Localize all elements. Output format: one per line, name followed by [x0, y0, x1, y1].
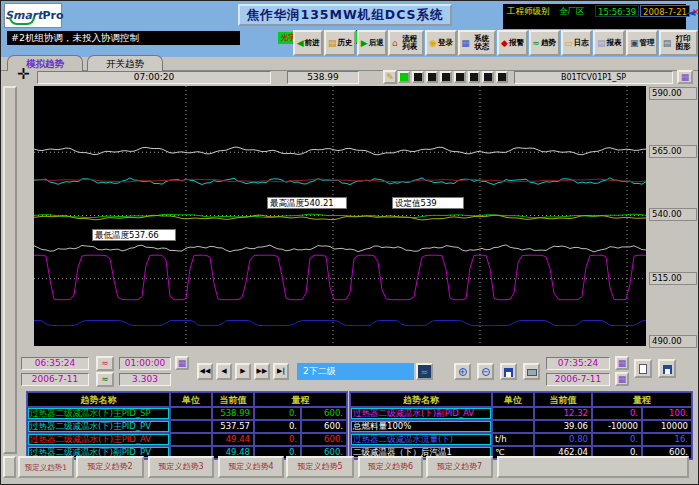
trend-row-unit [492, 407, 534, 420]
rewind-fast-button[interactable]: ◀◀ [197, 363, 213, 380]
trend-row-min: 0. [254, 420, 301, 433]
zoom-out-icon: − [482, 368, 490, 376]
toolbar-button-label: 趋势 [541, 39, 556, 47]
trend-row-name[interactable]: 总燃料量100% [350, 420, 492, 433]
curve-color-swatch[interactable] [412, 71, 424, 83]
trend-row-name[interactable]: 过热器二级减温水(下)主PID_PV [27, 420, 170, 433]
save-trend-button[interactable] [500, 363, 517, 380]
predefined-trend-tab-4[interactable]: 预定义趋势4 [218, 456, 284, 478]
time-span-field[interactable]: 01:00:00 [119, 357, 171, 370]
curve-color-swatch[interactable] [398, 71, 410, 83]
trend-row-name[interactable]: 过热器二级减温水(下)主PID_AV [27, 433, 170, 446]
new-trend-button[interactable] [634, 359, 652, 378]
predefined-trend-tab-3[interactable]: 预定义趋势3 [148, 456, 214, 478]
end-time-field[interactable]: 07:35:24 [546, 357, 610, 370]
toolbar-button-label: 前进 [305, 39, 320, 47]
toolbar-print-button[interactable]: ▤打印图形 [659, 30, 698, 56]
toolbar-systemstatus-button[interactable]: ▦系统状态 [458, 30, 497, 56]
cursor-time-field[interactable]: 07:00:20 [37, 71, 271, 84]
toolbar-report-button[interactable]: ▤报表 [593, 30, 625, 56]
trend-picture-icon[interactable]: ≈ [96, 356, 114, 371]
trend-row-max: 16. [642, 433, 692, 446]
selected-tag-field: B01TCV01P1_SP [514, 71, 673, 84]
trend-row-min: 0. [254, 407, 301, 420]
toolbar-back-button[interactable]: ▶后退 [357, 30, 387, 56]
session-info-panel: 工程师级别 全厂区 15:56:39 2008-7-21 [503, 4, 686, 29]
network-icon: ▦ [461, 39, 470, 48]
curve-color-swatch[interactable] [468, 71, 480, 83]
toolbar-history-button[interactable]: ▤历史 [324, 30, 356, 56]
col-header-range: 量程 [592, 392, 692, 407]
trend-plot[interactable]: 最高温度540.21设定值539最低温度537.66 [34, 86, 646, 346]
trend-row-name[interactable]: 过热器二级减温水(下)副PID_AV [350, 407, 492, 420]
predefined-trend-tab-empty[interactable] [497, 456, 689, 478]
toolbar-login-button[interactable]: ◉登录 [425, 30, 456, 56]
predefined-trend-tab-1[interactable]: 预定义趋势1 [18, 456, 74, 478]
curve-color-swatch[interactable] [426, 71, 438, 83]
new-document-icon [639, 364, 647, 374]
span-calendar-icon[interactable]: ▦ [175, 356, 189, 370]
predefined-trend-tab-2[interactable]: 预定义趋势2 [76, 456, 144, 478]
trend-group-dropdown[interactable]: 2下二级 [297, 363, 414, 380]
end-date-field[interactable]: 2006-7-11 [546, 373, 610, 386]
save-config-button[interactable] [658, 359, 676, 378]
bottom-left-strip [3, 456, 16, 478]
speaker-muted-icon[interactable]: ◄✕ [687, 6, 699, 20]
curve-color-swatch[interactable] [482, 71, 494, 83]
curve-color-swatch[interactable] [496, 71, 508, 83]
zoom-in-icon: + [459, 368, 467, 376]
floppy-icon [663, 365, 672, 374]
curve-color-swatch[interactable] [440, 71, 452, 83]
toolbar-manage-button[interactable]: ▣管理 [626, 30, 658, 56]
print-trend-button[interactable] [523, 363, 540, 380]
trend-board-icon[interactable]: ≈ [96, 372, 114, 387]
clock-date: 2008-7-21 [640, 5, 690, 17]
tab-switch-trend[interactable]: 开关趋势 [87, 55, 163, 71]
marker-pen-icon[interactable]: ✎ [383, 70, 397, 84]
toolbar-flowlist-button[interactable]: ⌂流程列表 [388, 30, 424, 56]
rewind-button[interactable]: ◀ [216, 363, 232, 380]
toolbar-button-label: 报表 [607, 39, 622, 47]
grid-settings-icon[interactable]: ▦ [677, 70, 693, 84]
cursor-crosshair-icon[interactable]: ✛ [17, 65, 30, 83]
predefined-trend-tab-6[interactable]: 预定义趋势6 [358, 456, 423, 478]
zoom-out-button[interactable]: − [477, 363, 494, 380]
trend-row-name[interactable]: 过热器二级减温水(下)主PID_SP [27, 407, 170, 420]
toolbar-log-button[interactable]: ▭日志 [561, 30, 593, 56]
logo-swoosh [9, 17, 35, 25]
start-time-field[interactable]: 06:35:24 [21, 357, 89, 370]
toolbar-button-label: 打印图形 [672, 35, 694, 51]
col-header-unit: 单位 [170, 392, 212, 407]
end-date-calendar-icon[interactable]: ▦ [615, 372, 629, 386]
trend-row-unit [170, 420, 212, 433]
forward-fast-button[interactable]: ▶▶ [254, 363, 270, 380]
select-curves-icon[interactable]: ≈ [416, 363, 433, 380]
chart-annotation: 设定值539 [392, 197, 464, 209]
printer-icon: ▤ [663, 39, 672, 48]
predefined-trend-tab-7[interactable]: 预定义趋势7 [426, 456, 493, 478]
y-axis-label: 515.00 [649, 272, 697, 285]
trend-row-max: 600. [301, 420, 347, 433]
predefined-trend-tab-5[interactable]: 预定义趋势5 [286, 456, 354, 478]
goto-end-button[interactable]: ▶| [273, 363, 289, 380]
zoom-in-button[interactable]: + [454, 363, 471, 380]
col-header-value: 当前值 [534, 392, 592, 407]
y-axis-panel: 590.00 565.00 540.00 515.00 490.00 [647, 86, 699, 346]
toolbar-alarm-button[interactable]: ◆报警 [497, 30, 527, 56]
toolbar-trend-button[interactable]: ≈趋势 [529, 30, 560, 56]
forward-play-button[interactable]: ▶ [235, 363, 251, 380]
dcs-trend-window: SmartPro 焦作华润135MW机组DCS系统 工程师级别 全厂区 15:5… [0, 0, 699, 485]
col-header-unit: 单位 [492, 392, 534, 407]
trend-row-name[interactable]: 过热器二级减温水流量(下) [350, 433, 492, 446]
toolbar-forward-button[interactable]: ◀前进 [293, 30, 323, 56]
trend-row-value: 12.32 [534, 407, 592, 420]
trend-row-unit [170, 407, 212, 420]
lock-icon: ◉ [429, 39, 437, 48]
curve-color-swatch[interactable] [454, 71, 466, 83]
floppy-icon [504, 368, 513, 377]
start-date-field[interactable]: 2006-7-11 [21, 373, 89, 386]
end-time-calendar-icon[interactable]: ▦ [615, 356, 629, 370]
trend-row-value: 537.57 [212, 420, 254, 433]
chart-annotation: 最低温度537.66 [92, 229, 176, 241]
main-toolbar: ◀前进 ▤历史 ▶后退 ⌂流程列表 ◉登录 ▦系统状态 ◆报警 ≈趋势 ▭日志 … [293, 30, 698, 56]
